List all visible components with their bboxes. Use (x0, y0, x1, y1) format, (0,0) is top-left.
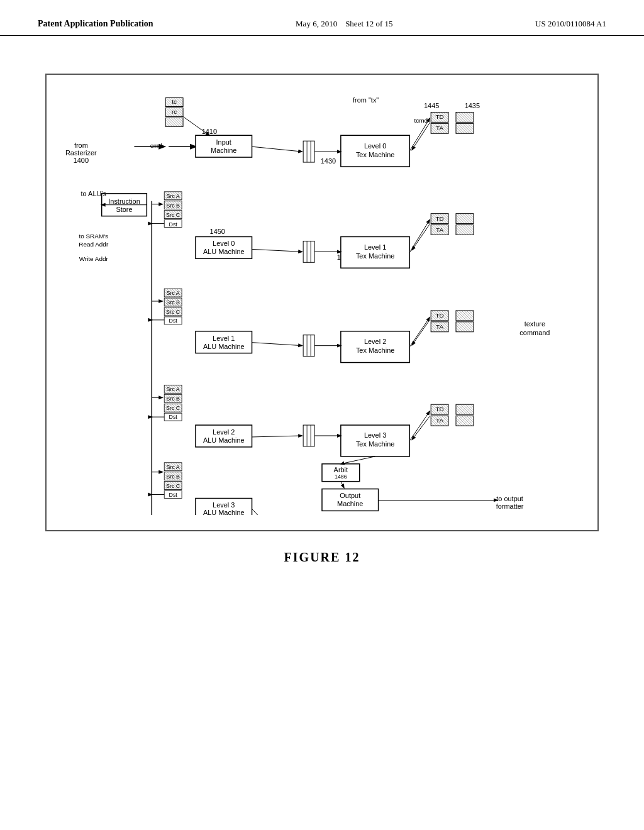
svg-text:Src B: Src B (166, 202, 180, 209)
date-label: May 6, 2010 (296, 19, 337, 28)
svg-rect-100 (303, 425, 314, 446)
svg-text:1430: 1430 (321, 157, 336, 165)
svg-line-155 (409, 220, 430, 253)
svg-text:Src C: Src C (166, 405, 180, 411)
svg-rect-7 (165, 118, 183, 126)
svg-text:1400: 1400 (74, 157, 89, 164)
svg-text:1450: 1450 (210, 228, 225, 236)
svg-text:Src C: Src C (166, 309, 180, 315)
svg-text:TD: TD (435, 406, 443, 412)
svg-line-136 (252, 147, 303, 152)
svg-rect-88 (456, 322, 474, 332)
svg-text:to SRAM's: to SRAM's (79, 233, 108, 240)
svg-rect-87 (456, 311, 474, 321)
svg-text:Src A: Src A (166, 290, 179, 296)
svg-text:Src B: Src B (166, 396, 180, 402)
sheet-label: Sheet 12 of 15 (345, 19, 392, 28)
svg-text:Src A: Src A (166, 386, 179, 392)
svg-text:Tex Machine: Tex Machine (356, 252, 394, 260)
svg-text:1445: 1445 (424, 102, 439, 109)
svg-text:TA: TA (436, 226, 443, 233)
svg-line-140 (252, 343, 303, 346)
svg-text:Level 3: Level 3 (364, 431, 386, 439)
svg-text:command: command (519, 329, 550, 336)
svg-line-165 (252, 509, 266, 515)
svg-line-164 (341, 456, 375, 464)
svg-line-142 (252, 436, 303, 437)
svg-text:tc: tc (172, 99, 177, 106)
svg-text:ALU Machine: ALU Machine (203, 343, 245, 350)
svg-line-138 (252, 249, 303, 252)
svg-line-163 (341, 482, 344, 488)
svg-line-156 (409, 318, 430, 347)
svg-text:Read Addr: Read Addr (79, 241, 109, 248)
svg-text:Store: Store (116, 206, 132, 213)
svg-line-159 (412, 224, 430, 250)
svg-rect-53 (303, 241, 314, 262)
figure-diagram: tc rc from "tx" 1445 1435 tcmd TD TA fro… (59, 87, 585, 515)
svg-text:Src C: Src C (166, 212, 180, 218)
figure-caption: FIGURE 12 (284, 550, 360, 565)
svg-text:Level 2: Level 2 (364, 338, 386, 345)
svg-text:Write Addr: Write Addr (79, 255, 109, 262)
svg-text:ALU Machine: ALU Machine (203, 436, 245, 444)
svg-text:Instruction: Instruction (108, 197, 140, 205)
svg-text:rc: rc (172, 108, 177, 115)
svg-rect-64 (456, 214, 474, 224)
svg-text:Level 1: Level 1 (364, 243, 386, 251)
patent-number: US 2010/0110084 A1 (535, 19, 606, 29)
svg-text:Src A: Src A (166, 464, 179, 470)
svg-line-158 (412, 123, 430, 150)
svg-text:Rasterizer: Rasterizer (65, 149, 97, 157)
svg-text:Level 0: Level 0 (213, 240, 235, 247)
svg-text:ALU Machine: ALU Machine (203, 509, 245, 515)
svg-rect-111 (456, 416, 474, 426)
svg-text:TD: TD (435, 312, 443, 319)
svg-text:Dst: Dst (169, 492, 177, 498)
svg-text:Src A: Src A (166, 193, 179, 199)
svg-text:TD: TD (435, 215, 443, 222)
svg-text:Level 1: Level 1 (213, 335, 235, 342)
svg-rect-17 (456, 123, 474, 133)
svg-text:to output: to output (496, 495, 523, 502)
svg-text:Dst: Dst (169, 221, 177, 228)
svg-text:from "tx": from "tx" (353, 96, 379, 104)
page-header: Patent Application Publication May 6, 20… (0, 0, 644, 36)
svg-line-157 (409, 411, 430, 441)
svg-text:TA: TA (436, 417, 443, 424)
svg-text:Input: Input (216, 138, 231, 146)
svg-rect-16 (456, 112, 474, 122)
svg-text:tcmd: tcmd (414, 117, 428, 124)
svg-text:Output: Output (340, 492, 360, 500)
svg-text:Tex Machine: Tex Machine (356, 440, 394, 448)
svg-text:Machine: Machine (211, 147, 236, 154)
svg-text:TA: TA (436, 124, 443, 131)
svg-text:Src C: Src C (166, 483, 180, 489)
svg-text:ALU Machine: ALU Machine (203, 248, 245, 255)
svg-text:1486: 1486 (335, 473, 347, 480)
svg-text:Level 3: Level 3 (213, 501, 235, 509)
publication-label: Patent Application Publication (38, 19, 153, 29)
svg-text:Src B: Src B (166, 473, 180, 480)
svg-text:Tex Machine: Tex Machine (356, 151, 394, 158)
svg-text:cmd: cmd (150, 142, 162, 149)
svg-text:texture: texture (525, 320, 545, 328)
svg-text:Machine: Machine (337, 500, 363, 507)
svg-rect-31 (303, 141, 314, 162)
svg-text:Level 2: Level 2 (213, 428, 235, 436)
svg-rect-77 (303, 335, 314, 357)
svg-text:Arbit: Arbit (334, 466, 348, 473)
svg-text:Src B: Src B (166, 299, 180, 306)
svg-rect-65 (456, 225, 474, 235)
svg-text:from: from (74, 141, 88, 149)
svg-line-161 (412, 416, 430, 440)
page-content: tc rc from "tx" 1445 1435 tcmd TD TA fro… (0, 36, 644, 590)
svg-text:TA: TA (436, 323, 443, 330)
svg-text:Dst: Dst (169, 414, 177, 420)
svg-rect-110 (456, 404, 474, 414)
svg-text:1435: 1435 (465, 102, 480, 109)
header-center: May 6, 2010 Sheet 12 of 15 (296, 19, 393, 29)
svg-line-160 (412, 320, 430, 345)
svg-text:TD: TD (435, 113, 443, 120)
svg-text:Tex Machine: Tex Machine (356, 346, 394, 354)
